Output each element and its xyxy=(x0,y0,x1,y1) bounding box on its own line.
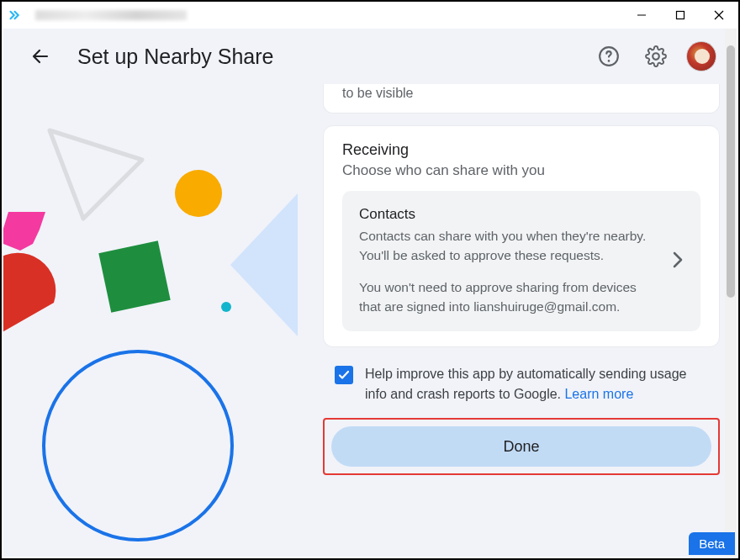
done-button-highlight: Done xyxy=(323,418,720,475)
receiving-subtitle: Choose who can share with you xyxy=(342,162,700,179)
content-panel: to be visible Receiving Choose who can s… xyxy=(323,84,720,557)
done-button[interactable]: Done xyxy=(331,426,711,467)
diagnostics-checkbox[interactable] xyxy=(335,366,353,384)
svg-point-10 xyxy=(221,302,231,312)
help-button[interactable] xyxy=(592,40,626,73)
checkmark-icon xyxy=(337,368,351,382)
arrow-left-icon xyxy=(30,46,50,66)
svg-rect-9 xyxy=(98,240,170,312)
visibility-card-partial: to be visible xyxy=(323,84,720,114)
window-titlebar xyxy=(2,2,738,29)
minimize-button[interactable] xyxy=(622,2,661,29)
app-body: Set up Nearby Share to be visible xyxy=(3,29,737,557)
back-button[interactable] xyxy=(24,40,57,73)
maximize-button[interactable] xyxy=(661,2,700,29)
receiving-option-text: Contacts Contacts can share with you whe… xyxy=(359,206,660,316)
receiving-option[interactable]: Contacts Contacts can share with you whe… xyxy=(342,191,700,331)
svg-rect-1 xyxy=(677,12,684,19)
header-actions xyxy=(592,40,716,73)
page-title: Set up Nearby Share xyxy=(77,45,273,69)
svg-point-11 xyxy=(44,351,232,540)
page-header: Set up Nearby Share xyxy=(3,29,737,84)
svg-point-7 xyxy=(175,170,222,217)
titlebar-left xyxy=(8,9,187,21)
visibility-text-fragment: to be visible xyxy=(342,86,414,100)
scroll-area[interactable]: to be visible Receiving Choose who can s… xyxy=(323,84,720,557)
help-icon xyxy=(598,45,620,67)
receiving-option-name: Contacts xyxy=(359,206,660,223)
diagnostics-checkbox-row: Help improve this app by automatically s… xyxy=(323,361,720,418)
decorative-illustration xyxy=(3,84,314,557)
receiving-card: Receiving Choose who can share with you … xyxy=(323,125,720,347)
diagnostics-label: Help improve this app by automatically s… xyxy=(365,364,708,404)
learn-more-link[interactable]: Learn more xyxy=(564,387,633,401)
chevron-right-icon xyxy=(672,251,684,272)
scrollbar-track[interactable] xyxy=(725,29,737,557)
svg-marker-8 xyxy=(3,212,45,251)
scrollbar-thumb[interactable] xyxy=(727,45,735,298)
gear-icon xyxy=(645,45,667,67)
svg-point-5 xyxy=(608,60,610,62)
settings-button[interactable] xyxy=(639,40,673,73)
svg-marker-6 xyxy=(50,130,142,219)
receiving-option-desc: Contacts can share with you when they're… xyxy=(359,226,660,316)
receiving-title: Receiving xyxy=(342,141,700,159)
app-logo-icon xyxy=(8,9,25,21)
titlebar-app-name xyxy=(35,10,187,20)
user-avatar[interactable] xyxy=(686,41,716,71)
window-controls xyxy=(622,2,738,29)
beta-badge: Beta xyxy=(689,532,735,555)
close-button[interactable] xyxy=(700,2,738,29)
